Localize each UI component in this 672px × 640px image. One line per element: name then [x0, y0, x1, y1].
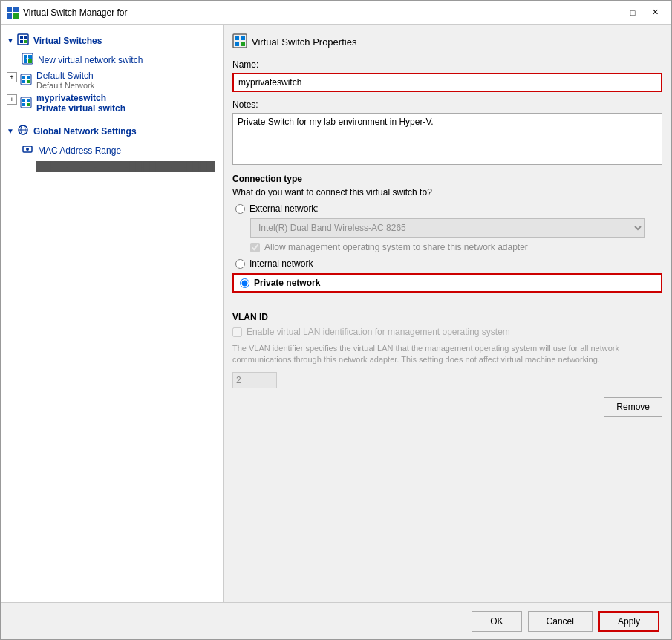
close-button[interactable]: ✕: [645, 5, 665, 20]
vlan-input-row: [232, 372, 662, 388]
default-switch-sublabel: Default Network: [36, 81, 94, 90]
properties-title-bar: Virtual Switch Properties: [232, 33, 662, 50]
name-input[interactable]: [232, 73, 662, 92]
properties-icon: [232, 33, 252, 50]
window-title: Virtual Switch Manager for: [23, 7, 600, 18]
private-radio-label: Private network: [254, 278, 320, 288]
default-switch-item[interactable]: Default Switch Default Network: [20, 71, 94, 90]
mac-icon: [22, 143, 33, 157]
vlan-title: VLAN ID: [232, 312, 662, 322]
management-checkbox-row: Allow management operating system to sha…: [250, 242, 662, 252]
svg-rect-1: [13, 7, 19, 12]
connection-type-subtitle: What do you want to connect this virtual…: [232, 187, 662, 197]
global-network-label: Global Network Settings: [33, 126, 137, 137]
svg-rect-23: [22, 103, 25, 106]
vlan-checkbox-label: Enable virtual LAN identification for ma…: [247, 327, 510, 337]
svg-rect-8: [24, 40, 27, 43]
name-field-label: Name:: [232, 59, 662, 70]
svg-rect-18: [22, 80, 25, 83]
left-panel: ▼ Virtual Switches: [1, 25, 224, 602]
svg-rect-22: [27, 99, 30, 102]
vlan-description: The VLAN identifier specifies the virtua…: [232, 343, 662, 366]
internal-radio-label: Internal network: [249, 258, 313, 269]
right-panel: Virtual Switch Properties Name: Notes: P…: [224, 25, 671, 602]
mac-address-value: ██-██-██-██-██-██ - ██-██-██-██-██-██: [36, 161, 215, 172]
main-window: Virtual Switch Manager for ─ □ ✕ ▼: [0, 0, 672, 640]
mac-address-value-row: ██-██-██-██-██-██ - ██-██-██-██-██-██: [36, 161, 223, 172]
svg-rect-19: [27, 80, 30, 83]
switch-icon: [20, 74, 32, 88]
external-dropdown-row: Intel(R) Dual Band Wireless-AC 8265: [250, 218, 662, 238]
svg-rect-16: [22, 76, 25, 79]
new-switch-icon: +: [22, 53, 33, 67]
connection-type-title: Connection type: [232, 174, 662, 184]
main-content: ▼ Virtual Switches: [1, 25, 671, 602]
section-title-text: Virtual Switch Properties: [252, 36, 356, 48]
svg-rect-0: [7, 7, 12, 12]
titlebar: Virtual Switch Manager for ─ □ ✕: [1, 1, 671, 25]
external-radio[interactable]: [235, 204, 245, 214]
global-expand-icon: ▼: [7, 127, 14, 135]
svg-rect-32: [241, 36, 245, 40]
svg-rect-6: [24, 36, 27, 39]
svg-rect-5: [20, 36, 23, 39]
vlan-checkbox-row: Enable virtual LAN identification for ma…: [232, 327, 662, 337]
section-icon: [17, 33, 29, 48]
ok-button[interactable]: OK: [472, 611, 521, 632]
svg-rect-7: [20, 40, 23, 43]
svg-point-29: [26, 148, 29, 151]
private-network-row: Private network: [232, 273, 662, 293]
management-checkbox[interactable]: [250, 243, 260, 252]
global-network-icon: [17, 124, 29, 138]
maximize-button[interactable]: □: [622, 5, 643, 20]
footer: OK Cancel Apply: [1, 602, 671, 639]
new-virtual-switch-item[interactable]: + New virtual network switch: [1, 50, 223, 69]
svg-rect-21: [22, 99, 25, 102]
svg-rect-2: [7, 13, 12, 19]
connection-type-section: Connection type What do you want to conn…: [232, 174, 662, 297]
new-switch-label: New virtual network switch: [38, 55, 143, 65]
notes-textarea[interactable]: Private Switch for my lab environment in…: [232, 113, 662, 165]
private-radio[interactable]: [240, 278, 249, 288]
mac-address-item[interactable]: MAC Address Range: [1, 141, 223, 160]
section-divider: [362, 42, 662, 42]
vlan-checkbox[interactable]: [232, 327, 242, 337]
svg-rect-17: [27, 76, 30, 79]
myprivateswitch-item[interactable]: myprivateswitch Private virtual switch: [20, 93, 125, 114]
vlan-input[interactable]: [232, 372, 277, 388]
svg-rect-33: [235, 42, 239, 46]
myprivateswitch-expand[interactable]: +: [7, 94, 17, 105]
svg-rect-31: [235, 36, 239, 40]
app-icon: [7, 7, 19, 19]
myprivateswitch-sublabel: Private virtual switch: [36, 103, 125, 114]
management-checkbox-label: Allow management operating system to sha…: [264, 242, 528, 252]
external-network-dropdown[interactable]: Intel(R) Dual Band Wireless-AC 8265: [250, 218, 645, 238]
svg-rect-34: [241, 42, 245, 46]
internal-network-row: Internal network: [232, 258, 662, 269]
cancel-button[interactable]: Cancel: [528, 611, 593, 632]
remove-btn-row: Remove: [232, 397, 662, 417]
svg-rect-24: [27, 103, 30, 106]
private-switch-icon: [20, 97, 32, 111]
global-network-header[interactable]: ▼ Global Network Settings: [1, 121, 223, 141]
virtual-switches-label: Virtual Switches: [33, 36, 102, 46]
external-radio-label: External network:: [249, 203, 319, 214]
external-network-row: External network:: [232, 203, 662, 214]
myprivateswitch-name: myprivateswitch: [36, 93, 125, 103]
remove-button[interactable]: Remove: [604, 397, 662, 417]
virtual-switches-header[interactable]: ▼ Virtual Switches: [1, 30, 223, 50]
internal-radio[interactable]: [235, 259, 245, 269]
myprivateswitch-row: + myprivateswitch Private virtual: [1, 91, 223, 115]
default-switch-name: Default Switch: [36, 71, 94, 81]
default-switch-row: + Default Switch Default Network: [1, 69, 223, 91]
svg-rect-3: [13, 13, 19, 19]
minimize-button[interactable]: ─: [600, 5, 621, 20]
vlan-section: VLAN ID Enable virtual LAN identificatio…: [232, 312, 662, 388]
window-controls: ─ □ ✕: [600, 5, 665, 20]
apply-button[interactable]: Apply: [598, 611, 659, 632]
notes-field-label: Notes:: [232, 99, 662, 110]
expand-icon: ▼: [7, 36, 14, 45]
mac-address-label: MAC Address Range: [38, 146, 121, 156]
default-switch-expand[interactable]: +: [7, 72, 17, 82]
svg-text:+: +: [26, 55, 30, 62]
